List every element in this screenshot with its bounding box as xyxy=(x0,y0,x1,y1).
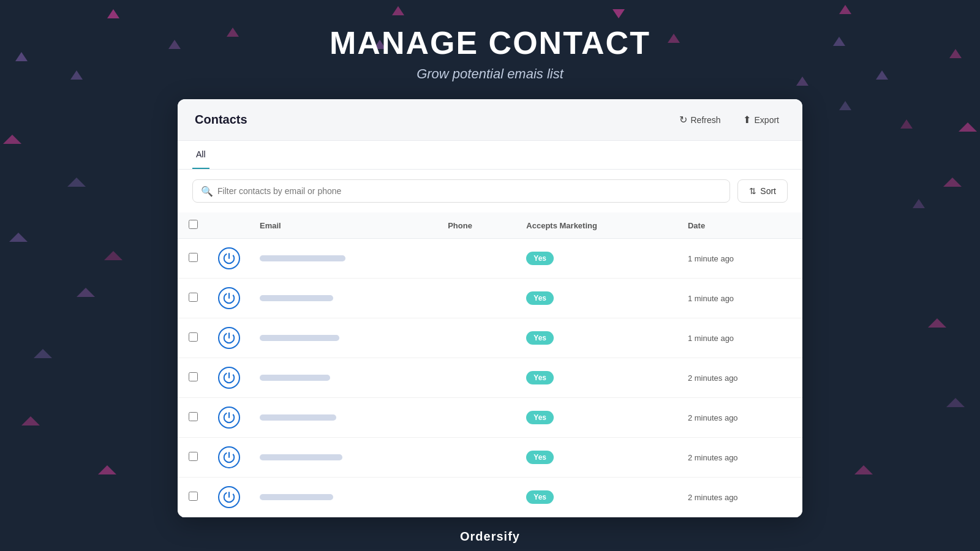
row-email-cell xyxy=(250,279,438,318)
row-email-cell xyxy=(250,239,438,279)
search-wrapper: 🔍 xyxy=(192,179,730,203)
email-placeholder xyxy=(260,295,333,301)
table-header-row: Email Phone Accepts Marketing Date xyxy=(178,212,802,239)
svg-marker-32 xyxy=(928,318,946,328)
page-title: MANAGE CONTACT xyxy=(0,24,980,61)
yes-badge: Yes xyxy=(526,490,554,504)
power-icon xyxy=(222,451,236,464)
row-checkbox-cell xyxy=(178,279,208,318)
svg-marker-30 xyxy=(900,119,913,129)
date-text: 1 minute ago xyxy=(688,334,734,343)
avatar xyxy=(218,287,240,309)
row-checkbox[interactable] xyxy=(189,332,198,342)
power-icon xyxy=(222,252,236,265)
table-row: Yes1 minute ago xyxy=(178,318,802,358)
row-marketing-cell: Yes xyxy=(516,279,678,318)
avatar xyxy=(218,407,240,429)
row-marketing-cell: Yes xyxy=(516,398,678,438)
table-row: Yes1 minute ago xyxy=(178,239,802,279)
svg-marker-26 xyxy=(854,465,873,474)
svg-marker-33 xyxy=(946,398,965,407)
avatar xyxy=(218,486,240,508)
row-marketing-cell: Yes xyxy=(516,478,678,517)
power-icon xyxy=(222,411,236,424)
row-checkbox[interactable] xyxy=(189,293,198,302)
svg-marker-14 xyxy=(839,101,851,110)
svg-marker-19 xyxy=(9,233,28,242)
row-checkbox-cell xyxy=(178,239,208,279)
row-marketing-cell: Yes xyxy=(516,318,678,358)
email-placeholder xyxy=(260,255,345,261)
search-input[interactable] xyxy=(192,179,730,203)
select-all-checkbox[interactable] xyxy=(189,220,198,229)
table-row: Yes1 minute ago xyxy=(178,279,802,318)
tab-all[interactable]: All xyxy=(192,141,209,169)
email-placeholder xyxy=(260,335,339,341)
avatar xyxy=(218,446,240,468)
table-body: Yes1 minute ago Yes1 minute ago Yes1 min… xyxy=(178,239,802,517)
refresh-label: Refresh xyxy=(691,115,721,125)
table-row: Yes2 minutes ago xyxy=(178,478,802,517)
yes-badge: Yes xyxy=(526,451,554,464)
card-actions: ↻ Refresh ⬆ Export xyxy=(673,110,786,129)
row-avatar-cell xyxy=(208,438,250,478)
row-checkbox[interactable] xyxy=(189,372,198,381)
yes-badge: Yes xyxy=(526,371,554,384)
svg-marker-18 xyxy=(67,178,86,187)
date-text: 2 minutes ago xyxy=(688,493,738,502)
contacts-card: Contacts ↻ Refresh ⬆ Export All 🔍 ⇅ xyxy=(178,99,802,517)
sort-label: Sort xyxy=(760,186,776,196)
power-icon xyxy=(222,331,236,345)
table-row: Yes2 minutes ago xyxy=(178,438,802,478)
row-phone-cell xyxy=(438,398,516,438)
row-phone-cell xyxy=(438,239,516,279)
row-phone-cell xyxy=(438,438,516,478)
row-date-cell: 1 minute ago xyxy=(678,318,802,358)
row-checkbox[interactable] xyxy=(189,492,198,501)
row-phone-cell xyxy=(438,358,516,398)
page-header: MANAGE CONTACT Grow potential emais list xyxy=(0,0,980,82)
date-text: 1 minute ago xyxy=(688,294,734,303)
header-date: Date xyxy=(678,212,802,239)
row-checkbox-cell xyxy=(178,438,208,478)
svg-marker-21 xyxy=(77,288,95,297)
row-avatar-cell xyxy=(208,239,250,279)
card-body: All 🔍 ⇅ Sort Email Phone xyxy=(178,141,802,517)
row-checkbox-cell xyxy=(178,358,208,398)
header-phone: Phone xyxy=(438,212,516,239)
power-icon xyxy=(222,490,236,504)
svg-marker-13 xyxy=(959,122,977,132)
row-checkbox[interactable] xyxy=(189,253,198,262)
row-avatar-cell xyxy=(208,358,250,398)
svg-marker-34 xyxy=(21,416,40,425)
header-avatar xyxy=(208,212,250,239)
yes-badge: Yes xyxy=(526,331,554,345)
power-icon xyxy=(222,291,236,305)
row-checkbox[interactable] xyxy=(189,452,198,461)
header-accepts-marketing: Accepts Marketing xyxy=(516,212,678,239)
row-avatar-cell xyxy=(208,279,250,318)
footer-brand: Ordersify xyxy=(460,530,520,543)
svg-marker-31 xyxy=(34,349,52,358)
sort-button[interactable]: ⇅ Sort xyxy=(737,179,788,203)
row-marketing-cell: Yes xyxy=(516,239,678,279)
row-checkbox[interactable] xyxy=(189,412,198,421)
sort-icon: ⇅ xyxy=(749,186,756,196)
card-header: Contacts ↻ Refresh ⬆ Export xyxy=(178,99,802,141)
row-date-cell: 2 minutes ago xyxy=(678,358,802,398)
contacts-table: Email Phone Accepts Marketing Date Yes1 … xyxy=(178,212,802,517)
email-placeholder xyxy=(260,494,333,500)
row-avatar-cell xyxy=(208,398,250,438)
avatar xyxy=(218,327,240,349)
avatar xyxy=(218,367,240,389)
refresh-button[interactable]: ↻ Refresh xyxy=(673,110,727,129)
header-email: Email xyxy=(250,212,438,239)
row-checkbox-cell xyxy=(178,398,208,438)
row-phone-cell xyxy=(438,478,516,517)
table-row: Yes2 minutes ago xyxy=(178,358,802,398)
yes-badge: Yes xyxy=(526,291,554,305)
row-phone-cell xyxy=(438,279,516,318)
refresh-icon: ↻ xyxy=(679,114,687,126)
email-placeholder xyxy=(260,375,330,381)
export-button[interactable]: ⬆ Export xyxy=(737,110,785,129)
